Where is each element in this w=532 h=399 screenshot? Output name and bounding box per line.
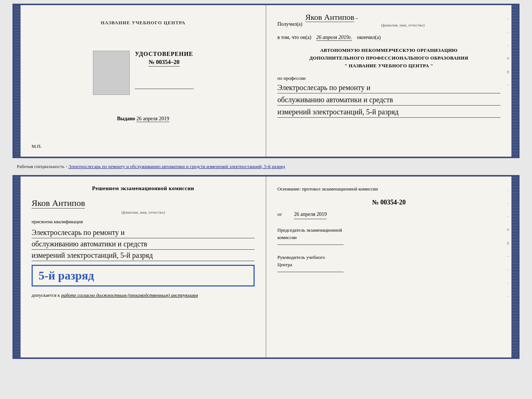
head-label2: Центра [277, 261, 500, 268]
foundation-label: Основание: протокол экзаменационной коми… [277, 186, 378, 192]
recipient-line: Получил(а) Яков Антипов – (фамилия, имя,… [277, 13, 500, 27]
chairman-label2: комиссии [277, 234, 500, 241]
foundation-block: Основание: протокол экзаменационной коми… [277, 185, 500, 219]
name-caption-bottom: (фамилия, имя, отчество) [32, 210, 255, 214]
assigned-text: присвоена квалификация [32, 219, 255, 225]
bottom-book: Решением экзаменационной комиссии Яков А… [12, 175, 520, 359]
recipient-name: Яков Антипов [305, 13, 354, 22]
qual-line2: обслуживанию автоматики и средств [32, 238, 255, 250]
date-line: в том, что он(а) 26 апреля 2019г. окончи… [277, 35, 500, 41]
chairman-block: Председатель экзаменационной комиссии [277, 227, 500, 246]
photo-placeholder [93, 51, 130, 95]
left-spine-top [14, 5, 21, 157]
cert-title-block: УДОСТОВЕРЕНИЕ № 00354–20 [135, 51, 194, 89]
issued-block: Выдано 26 апреля 2019 [117, 116, 169, 122]
rank-text: 5-й разряд [39, 269, 94, 282]
specialty-prefix: Рабочая специальность - [17, 164, 68, 169]
date-prefix: в том, что он(а) [277, 35, 311, 40]
profession-text-line2: обслуживанию автоматики и средств [277, 94, 500, 106]
protocol-date-value: 26 апреля 2019 [294, 210, 327, 219]
mp-label: М.П. [32, 143, 42, 149]
date-suffix: окончил(а) [357, 35, 381, 40]
commission-title: Решением экзаменационной комиссии [32, 185, 255, 192]
bottom-left-page: Решением экзаменационной комиссии Яков А… [21, 177, 266, 357]
issued-date: 26 апреля 2019 [136, 116, 169, 122]
head-label1: Руководитель учебного [277, 254, 500, 261]
protocol-number: № 00354-20 [277, 196, 500, 208]
top-left-page: НАЗВАНИЕ УЧЕБНОГО ЦЕНТРА УДОСТОВЕРЕНИЕ №… [21, 5, 266, 157]
specialty-text: Электрослесарь по ремонту и обслуживанию… [68, 164, 285, 169]
specialty-bar: Рабочая специальность - Электрослесарь п… [12, 161, 520, 172]
head-block: Руководитель учебного Центра [277, 254, 500, 274]
right-dashes: –––Иа̧← [507, 16, 511, 87]
protocol-date-prefix: от [277, 211, 282, 217]
chairman-signature-line [277, 245, 344, 245]
head-signature-line [277, 272, 344, 272]
org-name-left: НАЗВАНИЕ УЧЕБНОГО ЦЕНТРА [101, 20, 186, 26]
rank-box: 5-й разряд [32, 265, 255, 286]
bottom-right-page: Основание: протокол экзаменационной коми… [266, 177, 511, 357]
allows-prefix: допускается к [32, 292, 60, 298]
recipient-prefix: Получил(а) [277, 21, 302, 27]
document-container: НАЗВАНИЕ УЧЕБНОГО ЦЕНТРА УДОСТОВЕРЕНИЕ №… [12, 4, 520, 359]
profession-text-line1: Электрослесарь по ремонту и [277, 82, 500, 93]
right-spine-top [511, 5, 518, 157]
chairman-label1: Председатель экзаменационной [277, 227, 500, 234]
org-description: АВТОНОМНУЮ НЕКОММЕРЧЕСКУЮ ОРГАНИЗАЦИЮ ДО… [277, 47, 500, 70]
profession-text-line3: измерений электростанций, 5-й разряд [277, 106, 500, 118]
person-name-bottom: Яков Антипов [32, 198, 85, 209]
cert-number: № 00354–20 [148, 59, 179, 67]
top-book: НАЗВАНИЕ УЧЕБНОГО ЦЕНТРА УДОСТОВЕРЕНИЕ №… [12, 4, 520, 158]
issued-label: Выдано [117, 116, 135, 121]
name-caption-top: (фамилия, имя, отчество) [305, 23, 500, 27]
bottom-right-dashes: –––Иа̧←––– [507, 188, 511, 298]
date-value: 26 апреля 2019г. [316, 35, 352, 41]
allows-underline: работе согласно должностным (производств… [61, 292, 198, 298]
cert-title: УДОСТОВЕРЕНИЕ [135, 51, 194, 57]
left-spine-bottom [14, 177, 21, 357]
top-right-page: Получил(а) Яков Антипов – (фамилия, имя,… [266, 5, 511, 157]
allows-text: допускается к работе согласно должностны… [32, 292, 255, 298]
right-spine-bottom [511, 177, 518, 357]
profession-label: по профессии [277, 75, 500, 81]
qual-line3: измерений электростанций, 5-й разряд [32, 250, 255, 261]
qual-line1: Электрослесарь по ремонту и [32, 227, 255, 238]
